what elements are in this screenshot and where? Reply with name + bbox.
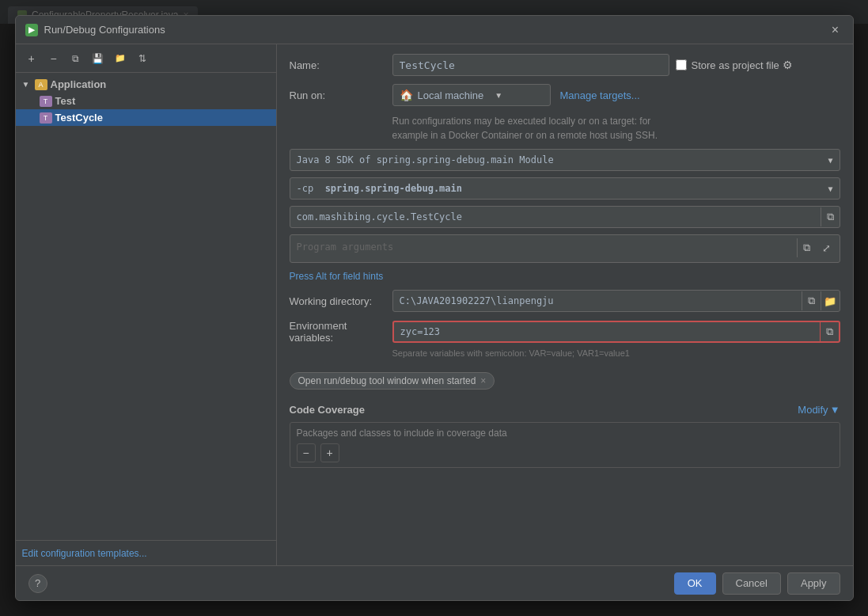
sdk-dropdown[interactable]: Java 8 SDK of spring.spring-debug.main M… <box>290 149 840 171</box>
application-folder-icon: A <box>35 79 47 90</box>
test-icon: T <box>40 96 52 107</box>
program-args-icons: ⧉ ⤢ <box>797 238 836 257</box>
modify-label: Modify <box>798 404 828 416</box>
env-vars-input[interactable] <box>394 326 820 337</box>
run-on-label: Run on: <box>290 89 392 101</box>
application-label: Application <box>51 78 107 90</box>
help-button[interactable]: ? <box>28 574 47 593</box>
main-class-field: ⧉ <box>290 206 840 228</box>
run-tag-container: Open run/debug tool window when started … <box>290 372 840 397</box>
working-dir-label: Working directory: <box>290 295 392 307</box>
manage-targets-link[interactable]: Manage targets... <box>560 89 640 101</box>
main-class-input[interactable] <box>290 211 821 222</box>
alt-hint: Press Alt for field hints <box>290 271 840 282</box>
store-project-text: Store as project file <box>692 59 779 71</box>
save-config-button[interactable]: 💾 <box>89 49 108 68</box>
close-button[interactable]: × <box>828 22 843 38</box>
left-bottom: Edit configuration templates... <box>16 540 276 565</box>
run-tag-close[interactable]: × <box>480 375 486 386</box>
code-coverage-box: Packages and classes to include in cover… <box>290 422 840 468</box>
tree-item-test[interactable]: T Test <box>16 93 276 109</box>
run-debug-dialog: ▶ Run/Debug Configurations × + − ⧉ 💾 📁 ⇅ <box>15 15 854 601</box>
working-dir-field: ⧉ 📁 <box>392 290 840 312</box>
tree-item-testcycle[interactable]: T TestCycle <box>16 109 276 126</box>
ok-button[interactable]: OK <box>674 572 716 595</box>
working-dir-browse-icon[interactable]: 📁 <box>821 291 840 310</box>
dialog-app-icon: ▶ <box>25 24 38 36</box>
store-project-label: Store as project file <box>676 59 779 71</box>
sdk-dropdown-arrow-icon: ▼ <box>828 156 832 165</box>
classpath-dropdown[interactable]: -cp spring.spring-debug.main ▼ <box>290 177 840 200</box>
coverage-add-btn[interactable]: + <box>320 443 339 462</box>
name-row: Name: Store as project file ⚙ <box>290 54 840 76</box>
env-vars-field: ⧉ <box>392 321 840 343</box>
run-on-row: Run on: 🏠 Local machine ▼ Manage targets… <box>290 84 840 106</box>
classpath-row: -cp spring.spring-debug.main ▼ <box>290 177 840 200</box>
dialog-title-bar: ▶ Run/Debug Configurations × <box>16 16 853 44</box>
coverage-desc: Packages and classes to include in cover… <box>297 428 507 439</box>
sdk-row: Java 8 SDK of spring.spring-debug.main M… <box>290 149 840 171</box>
remove-config-button[interactable]: − <box>44 49 63 68</box>
env-vars-edit-icon[interactable]: ⧉ <box>820 322 839 341</box>
expand-icon: ▼ <box>22 80 35 89</box>
left-panel: + − ⧉ 💾 📁 ⇅ ▼ A Application <box>16 44 277 565</box>
testcycle-label: TestCycle <box>55 112 103 124</box>
code-coverage-header: Code Coverage Modify ▼ <box>290 404 840 416</box>
copy-config-button[interactable]: ⧉ <box>66 49 85 68</box>
left-toolbar: + − ⧉ 💾 📁 ⇅ <box>16 44 276 73</box>
right-panel: Name: Store as project file ⚙ Run on: 🏠 … <box>277 44 853 565</box>
move-config-button[interactable]: 📁 <box>111 49 130 68</box>
sdk-dropdown-text: Java 8 SDK of spring.spring-debug.main M… <box>297 154 554 165</box>
program-args-copy-icon[interactable]: ⧉ <box>797 238 816 257</box>
store-settings-icon[interactable]: ⚙ <box>783 59 793 71</box>
program-args-placeholder: Program arguments <box>297 241 394 253</box>
name-input[interactable] <box>392 54 669 76</box>
modify-action[interactable]: Modify ▼ <box>798 404 840 416</box>
classpath-arrow-icon: ▼ <box>828 184 832 193</box>
info-text-2: example in a Docker Container or on a re… <box>392 130 658 141</box>
main-class-copy-icon[interactable]: ⧉ <box>821 207 840 226</box>
env-vars-label: Environment variables: <box>290 320 392 344</box>
info-text: Run configurations may be executed local… <box>392 114 840 143</box>
program-args-row: Program arguments ⧉ ⤢ <box>290 234 840 264</box>
program-args-area[interactable]: Program arguments ⧉ ⤢ <box>290 234 840 263</box>
env-hint: Separate variables with semicolon: VAR=v… <box>392 348 840 358</box>
dialog-body: + − ⧉ 💾 📁 ⇅ ▼ A Application <box>16 44 853 565</box>
working-dir-row: Working directory: ⧉ 📁 <box>290 290 840 312</box>
run-tag-label: Open run/debug tool window when started <box>298 375 476 386</box>
cancel-button[interactable]: Cancel <box>722 572 781 595</box>
working-dir-copy-icon[interactable]: ⧉ <box>802 291 821 310</box>
store-project-checkbox[interactable] <box>676 59 687 70</box>
main-class-row: ⧉ <box>290 206 840 228</box>
dialog-overlay: ▶ Run/Debug Configurations × + − ⧉ 💾 📁 ⇅ <box>0 0 868 616</box>
dialog-title: Run/Debug Configurations <box>44 24 828 36</box>
info-text-1: Run configurations may be executed local… <box>392 116 651 127</box>
code-coverage-title: Code Coverage <box>290 404 365 416</box>
run-on-value: Local machine <box>418 89 484 101</box>
env-vars-row: Environment variables: ⧉ <box>290 320 840 344</box>
edit-templates-link[interactable]: Edit configuration templates... <box>22 548 147 559</box>
sort-config-button[interactable]: ⇅ <box>133 49 152 68</box>
test-label: Test <box>55 95 76 107</box>
tree-item-application[interactable]: ▼ A Application <box>16 76 276 93</box>
classpath-text: -cp spring.spring-debug.main <box>297 183 463 194</box>
add-config-button[interactable]: + <box>22 49 41 68</box>
local-machine-icon: 🏠 <box>400 89 413 101</box>
dialog-footer: ? OK Cancel Apply <box>16 565 853 600</box>
working-dir-input[interactable] <box>393 295 802 306</box>
name-label: Name: <box>290 59 392 71</box>
coverage-remove-btn[interactable]: − <box>297 443 316 462</box>
run-tag: Open run/debug tool window when started … <box>290 372 495 390</box>
testcycle-icon: T <box>40 112 52 124</box>
run-on-dropdown[interactable]: 🏠 Local machine ▼ <box>392 84 551 106</box>
apply-button[interactable]: Apply <box>787 572 840 595</box>
program-args-expand-icon[interactable]: ⤢ <box>817 238 836 257</box>
run-on-arrow-icon: ▼ <box>495 91 502 100</box>
modify-chevron-icon: ▼ <box>830 404 840 416</box>
config-tree: ▼ A Application T Test T TestCycle <box>16 73 276 540</box>
